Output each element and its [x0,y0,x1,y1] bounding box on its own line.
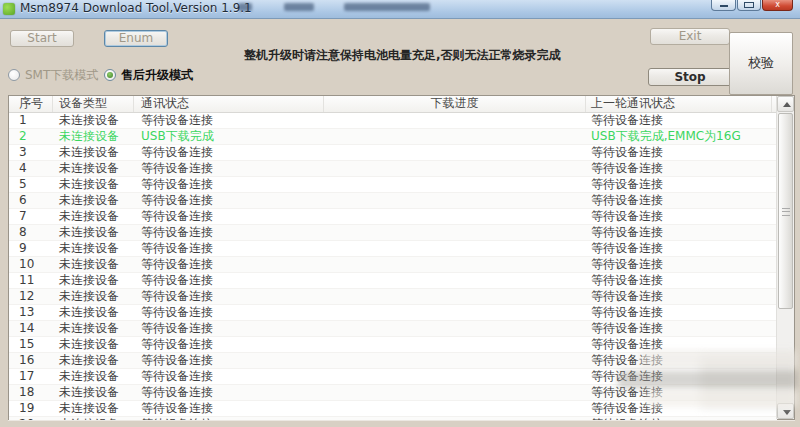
table-row[interactable]: 10未连接设备等待设备连接等待设备连接 [9,257,777,273]
cell-last-status: 等待设备连接 [586,353,772,368]
radio-smt-label: SMT下载模式 [25,68,98,82]
cell-device-type: 未连接设备 [53,209,134,224]
cell-index: 7 [9,209,53,224]
table-row[interactable]: 16未连接设备等待设备连接等待设备连接 [9,353,777,369]
cell-device-type: 未连接设备 [53,273,134,288]
cell-device-type: 未连接设备 [53,369,134,384]
table-row[interactable]: 12未连接设备等待设备连接等待设备连接 [9,289,777,305]
radio-icon [8,69,20,81]
cell-progress [324,129,586,144]
cell-last-status: 等待设备连接 [586,369,772,384]
cell-device-type: 未连接设备 [53,337,134,352]
cell-last-status: 等待设备连接 [586,145,772,160]
cell-device-type: 未连接设备 [53,161,134,176]
cell-comm-status: 等待设备连接 [134,289,324,304]
exit-button[interactable]: Exit [650,28,730,45]
cell-progress [324,385,586,400]
cell-index: 9 [9,241,53,256]
cell-progress [324,289,586,304]
scroll-down-button[interactable] [777,403,794,419]
table-row[interactable]: 17未连接设备等待设备连接等待设备连接 [9,369,777,385]
table-row[interactable]: 9未连接设备等待设备连接等待设备连接 [9,241,777,257]
close-icon: x [763,2,792,8]
radio-aftersale-label: 售后升级模式 [121,68,193,82]
table-row[interactable]: 2未连接设备USB下载完成USB下载完成,EMMC为16G [9,129,777,145]
table-row[interactable]: 1未连接设备等待设备连接等待设备连接 [9,113,777,129]
close-button[interactable]: x [762,0,793,11]
cell-last-status: 等待设备连接 [586,177,772,192]
cell-progress [324,177,586,192]
cell-progress [324,369,586,384]
start-button[interactable]: Start [10,30,74,47]
table-row[interactable]: 19未连接设备等待设备连接等待设备连接 [9,401,777,417]
cell-comm-status: 等待设备连接 [134,385,324,400]
cell-device-type: 未连接设备 [53,241,134,256]
cell-last-status: 等待设备连接 [586,337,772,352]
table-body: 1未连接设备等待设备连接等待设备连接2未连接设备USB下载完成USB下载完成,E… [9,113,777,420]
table-row[interactable]: 5未连接设备等待设备连接等待设备连接 [9,177,777,193]
cell-device-type: 未连接设备 [53,193,134,208]
cell-last-status: 等待设备连接 [586,193,772,208]
table-row[interactable]: 7未连接设备等待设备连接等待设备连接 [9,209,777,225]
cell-index: 19 [9,401,53,416]
verify-button[interactable]: 校验 [729,32,793,95]
radio-aftersale-upgrade-mode[interactable]: 售后升级模式 [104,67,193,81]
table-row[interactable]: 4未连接设备等待设备连接等待设备连接 [9,161,777,177]
maximize-icon [744,2,754,8]
app-icon [3,3,15,15]
cell-comm-status: 等待设备连接 [134,369,324,384]
cell-index: 3 [9,145,53,160]
maximize-button[interactable] [737,0,761,11]
table-row[interactable]: 3未连接设备等待设备连接等待设备连接 [9,145,777,161]
table-row[interactable]: 20未连接设备等待设备连接等待设备连接 [9,417,777,420]
cell-device-type: 未连接设备 [53,257,134,272]
cell-comm-status: 等待设备连接 [134,257,324,272]
cell-index: 1 [9,113,53,128]
cell-device-type: 未连接设备 [53,129,134,144]
minimize-icon [720,2,728,7]
cell-device-type: 未连接设备 [53,289,134,304]
cell-last-status: 等待设备连接 [586,417,772,420]
titlebar[interactable]: Msm8974 Download Tool,Version 1.9.1 x [0,0,800,19]
radio-smt-download-mode[interactable]: SMT下载模式 [8,67,98,81]
cell-progress [324,273,586,288]
cell-index: 10 [9,257,53,272]
cell-index: 13 [9,305,53,320]
table-row[interactable]: 18未连接设备等待设备连接等待设备连接 [9,385,777,401]
scroll-up-button[interactable] [777,96,794,112]
cell-device-type: 未连接设备 [53,145,134,160]
cell-device-type: 未连接设备 [53,417,134,420]
table-row[interactable]: 13未连接设备等待设备连接等待设备连接 [9,305,777,321]
cell-progress [324,305,586,320]
cell-comm-status: 等待设备连接 [134,273,324,288]
cell-index: 18 [9,385,53,400]
cell-progress [324,417,586,420]
cell-last-status: 等待设备连接 [586,209,772,224]
scrollbar-thumb[interactable] [778,113,793,309]
cell-comm-status: 等待设备连接 [134,241,324,256]
enum-button[interactable]: Enum [104,30,168,47]
cell-index: 2 [9,129,53,144]
arrow-up-icon [783,102,791,107]
table-row[interactable]: 8未连接设备等待设备连接等待设备连接 [9,225,777,241]
cell-progress [324,241,586,256]
header-download-progress: 下载进度 [324,96,586,112]
cell-device-type: 未连接设备 [53,177,134,192]
cell-last-status: 等待设备连接 [586,241,772,256]
cell-comm-status: 等待设备连接 [134,337,324,352]
cell-device-type: 未连接设备 [53,113,134,128]
table-row[interactable]: 6未连接设备等待设备连接等待设备连接 [9,193,777,209]
table-row[interactable]: 15未连接设备等待设备连接等待设备连接 [9,337,777,353]
table-row[interactable]: 14未连接设备等待设备连接等待设备连接 [9,321,777,337]
stop-button[interactable]: Stop [648,68,732,86]
cell-device-type: 未连接设备 [53,401,134,416]
cell-last-status: 等待设备连接 [586,273,772,288]
cell-last-status: USB下载完成,EMMC为16G [586,129,772,144]
table-row[interactable]: 11未连接设备等待设备连接等待设备连接 [9,273,777,289]
vertical-scrollbar[interactable] [776,96,794,419]
cell-device-type: 未连接设备 [53,225,134,240]
cell-progress [324,337,586,352]
minimize-button[interactable] [711,0,736,11]
cell-progress [324,209,586,224]
cell-index: 20 [9,417,53,420]
